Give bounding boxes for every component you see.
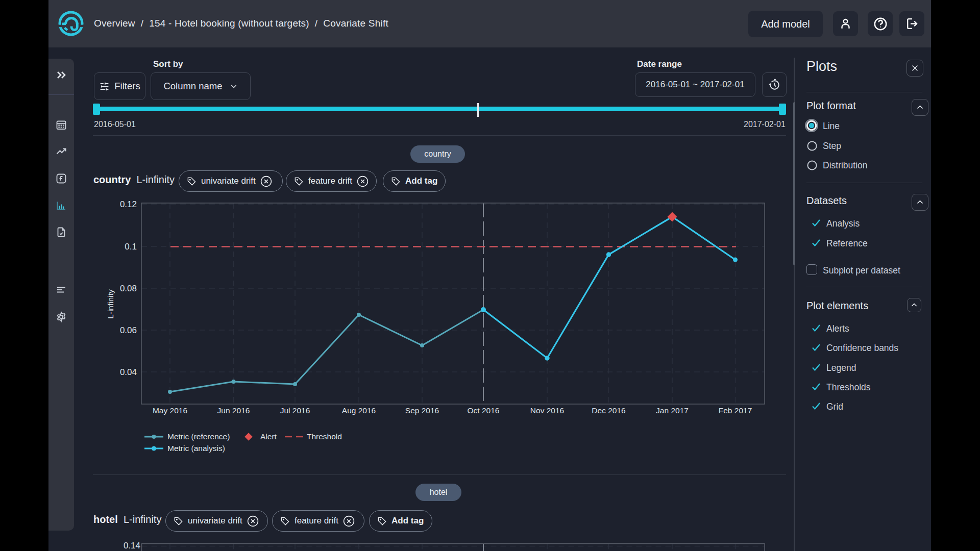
svg-text:Feb 2017: Feb 2017	[719, 406, 752, 415]
svg-text:Metric (reference): Metric (reference)	[167, 432, 230, 441]
svg-text:Jul 2016: Jul 2016	[280, 406, 310, 415]
svg-text:Oct 2016: Oct 2016	[468, 406, 500, 415]
svg-text:Nov 2016: Nov 2016	[530, 406, 564, 415]
svg-text:Jun 2016: Jun 2016	[217, 406, 250, 415]
svg-text:0.12: 0.12	[120, 199, 137, 209]
svg-text:Metric (analysis): Metric (analysis)	[167, 444, 225, 453]
svg-text:0.06: 0.06	[120, 325, 137, 335]
svg-text:Dec 2016: Dec 2016	[592, 406, 625, 415]
svg-text:Aug 2016: Aug 2016	[342, 406, 376, 415]
svg-text:L-infinity: L-infinity	[106, 289, 115, 319]
svg-text:0.08: 0.08	[120, 284, 137, 293]
svg-text:Sep 2016: Sep 2016	[405, 406, 439, 415]
svg-text:0.14: 0.14	[124, 541, 140, 550]
svg-text:Jan 2017: Jan 2017	[656, 406, 689, 415]
svg-text:Threshold: Threshold	[307, 432, 342, 441]
svg-text:Alert: Alert	[260, 432, 277, 441]
svg-text:0.04: 0.04	[120, 367, 137, 377]
svg-text:May 2016: May 2016	[153, 406, 187, 415]
svg-text:0.1: 0.1	[125, 242, 137, 252]
